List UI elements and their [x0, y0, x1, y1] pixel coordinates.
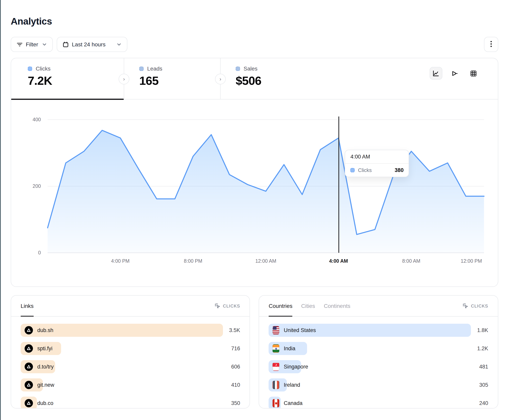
row-value: 305 [479, 382, 488, 388]
x-axis-tick: 8:00 AM [402, 258, 420, 264]
analytics-chart-card: Clicks 7.2K Leads 165 Sales $ [11, 58, 498, 287]
stat-label: Sales [244, 65, 257, 72]
row-value: 410 [231, 382, 240, 388]
hover-crosshair-line [339, 116, 339, 253]
countries-metric-label[interactable]: CLICKS [471, 304, 488, 308]
row-value: 1.8K [477, 327, 488, 333]
chevron-down-icon [117, 42, 121, 47]
analytics-page: Analytics Filter Last 24 hours [0, 0, 508, 420]
link-row[interactable]: spti.fyi716 [21, 342, 240, 355]
tab-continents[interactable]: Continents [324, 296, 350, 316]
clicks-legend-swatch [28, 66, 32, 71]
row-label: spti.fyi [37, 346, 52, 351]
country-row[interactable]: United States1.8K [269, 324, 488, 337]
countries-metric: CLICKS [463, 303, 488, 309]
countries-card: Countries Cities Continents CLICKS Unite… [259, 295, 498, 408]
x-axis-tick: 12:00 PM [461, 258, 482, 264]
link-row[interactable]: dub.co350 [21, 397, 240, 408]
link-row[interactable]: d.to/try606 [21, 360, 240, 373]
dub-logo-icon [25, 362, 33, 371]
tab-links[interactable]: Links [21, 296, 34, 316]
date-range-label: Last 24 hours [72, 41, 105, 48]
row-label: dub.co [37, 400, 53, 406]
tooltip-series: Clicks [358, 167, 372, 173]
flag-sg-icon [273, 362, 279, 371]
country-row[interactable]: Ireland305 [269, 378, 488, 391]
stat-tab-leads[interactable]: Leads 165 [124, 58, 220, 99]
country-row[interactable]: India1.2K [269, 342, 488, 355]
line-chart-view-button[interactable] [429, 67, 442, 80]
dub-logo-icon [25, 326, 33, 334]
row-label: India [284, 346, 296, 351]
country-row[interactable]: Singapore481 [269, 360, 488, 373]
row-value: 3.5K [229, 327, 240, 333]
country-row[interactable]: Canada240 [269, 397, 488, 408]
stats-row: Clicks 7.2K Leads 165 Sales $ [11, 58, 498, 100]
row-label: dub.sh [37, 327, 53, 333]
x-axis-tick: 8:00 PM [184, 258, 202, 264]
controls-row: Filter Last 24 hours [11, 37, 498, 52]
row-value: 606 [231, 364, 240, 370]
row-label: United States [284, 327, 316, 333]
clicks-area-chart[interactable] [48, 115, 484, 253]
stat-label: Clicks [36, 65, 51, 72]
tooltip-time: 4:00 AM [345, 150, 409, 164]
tab-countries[interactable]: Countries [269, 296, 292, 316]
flag-ca-icon [273, 399, 279, 407]
chart-view-toolbar [429, 67, 479, 80]
table-grid-view-button[interactable] [468, 67, 479, 79]
stat-tab-clicks[interactable]: Clicks 7.2K [11, 58, 124, 99]
y-axis-tick: 400 [17, 117, 41, 123]
row-label: Canada [284, 400, 303, 406]
row-label: d.to/try [37, 364, 54, 370]
x-axis-tick: 12:00 AM [255, 258, 276, 264]
date-range-button[interactable]: Last 24 hours [57, 37, 127, 52]
stat-tab-sales[interactable]: Sales $506 [220, 58, 319, 99]
dub-logo-icon [25, 399, 33, 407]
funnel-chart-view-button[interactable] [449, 67, 461, 79]
row-value: 240 [479, 400, 488, 406]
cursor-click-icon [463, 303, 468, 309]
y-axis-tick: 200 [17, 183, 41, 189]
stat-value-sales: $506 [236, 74, 319, 87]
filter-button[interactable]: Filter [11, 37, 53, 52]
x-axis-tick: 4:00 PM [111, 258, 129, 264]
expand-stat-button[interactable]: › [215, 74, 226, 84]
filter-button-label: Filter [26, 41, 38, 48]
filter-icon [17, 41, 22, 47]
chevron-down-icon [42, 42, 47, 47]
dub-logo-icon [25, 381, 33, 389]
chart-tooltip: 4:00 AM Clicks 380 [345, 150, 409, 177]
window-edge-strip [0, 0, 0, 420]
link-row[interactable]: dub.sh3.5K [21, 324, 240, 337]
page-title: Analytics [11, 0, 498, 27]
cursor-click-icon [215, 303, 220, 309]
flag-ie-icon [273, 381, 279, 389]
expand-stat-button[interactable]: › [119, 74, 129, 84]
row-label: Ireland [284, 382, 300, 388]
tab-cities[interactable]: Cities [301, 296, 315, 316]
x-axis-tick: 4:00 AM [329, 258, 348, 264]
y-axis-tick: 0 [17, 250, 41, 256]
row-label: git.new [37, 382, 54, 388]
kebab-vertical-icon [490, 41, 492, 48]
clicks-legend-swatch [351, 168, 355, 172]
row-value: 481 [479, 364, 488, 370]
more-options-button[interactable] [484, 37, 498, 52]
links-metric: CLICKS [215, 303, 240, 309]
link-row[interactable]: git.new410 [21, 378, 240, 391]
chart-region: 400 200 0 4:00 PM8:00 PM12:00 AM4:00 AM8… [11, 100, 498, 288]
leads-legend-swatch [139, 66, 144, 71]
stat-value-clicks: 7.2K [28, 74, 124, 87]
tooltip-value: 380 [395, 167, 404, 173]
row-label: Singapore [284, 364, 308, 370]
flag-us-icon [273, 326, 279, 334]
row-value: 350 [231, 400, 240, 406]
links-metric-label[interactable]: CLICKS [223, 304, 240, 308]
stat-value-leads: 165 [139, 74, 220, 87]
calendar-icon [63, 41, 69, 47]
links-card: Links CLICKS dub.sh3.5Kspti.fyi716d.to/t… [11, 295, 250, 408]
flag-in-icon [273, 344, 279, 353]
row-value: 716 [231, 346, 240, 351]
stat-label: Leads [147, 65, 162, 72]
